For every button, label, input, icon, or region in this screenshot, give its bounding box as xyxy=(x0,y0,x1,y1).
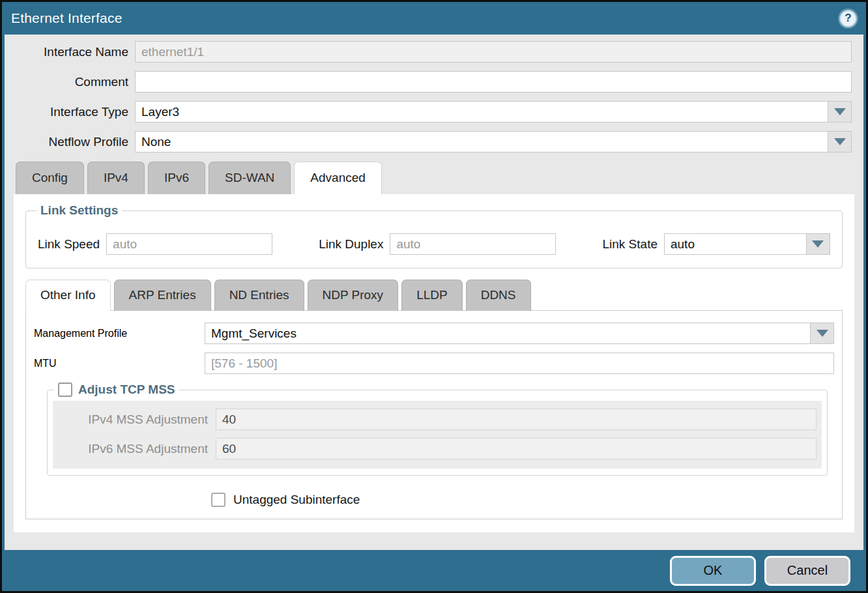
chevron-down-icon xyxy=(817,330,828,337)
link-duplex-label: Link Duplex xyxy=(319,237,390,252)
adjust-tcp-mss-label: Adjust TCP MSS xyxy=(78,383,175,397)
chevron-down-icon xyxy=(834,138,846,145)
subtab-other-info[interactable]: Other Info xyxy=(25,280,111,311)
subtab-ndp-proxy[interactable]: NDP Proxy xyxy=(308,280,399,311)
management-profile-label: Management Profile xyxy=(34,328,205,340)
link-speed-item: Link Speed xyxy=(38,233,272,255)
interface-type-select[interactable] xyxy=(135,101,828,123)
netflow-profile-select[interactable] xyxy=(135,131,828,152)
help-icon[interactable]: ? xyxy=(839,10,857,27)
dialog-footer: OK Cancel xyxy=(5,550,863,591)
adjust-tcp-mss-legend: Adjust TCP MSS xyxy=(54,383,179,397)
ipv6-mss-label: IPv6 MSS Adjustment xyxy=(53,442,216,456)
management-profile-row: Management Profile xyxy=(34,323,834,344)
link-duplex-field[interactable] xyxy=(390,233,556,255)
ipv4-mss-field xyxy=(216,409,817,430)
dialog-title: Ethernet Interface xyxy=(11,10,123,26)
tab-ipv4[interactable]: IPv4 xyxy=(87,162,145,194)
interface-name-label: Interface Name xyxy=(5,45,135,59)
netflow-profile-dropdown-button[interactable] xyxy=(828,131,852,152)
tab-sdwan[interactable]: SD-WAN xyxy=(209,162,291,194)
panel-footer-gap xyxy=(5,532,863,539)
chevron-down-icon xyxy=(812,240,824,248)
comment-row: Comment xyxy=(5,71,852,93)
subtab-arp-entries[interactable]: ARP Entries xyxy=(114,280,211,311)
link-state-item: Link State xyxy=(602,233,830,255)
ipv6-mss-row: IPv6 MSS Adjustment xyxy=(53,438,817,459)
adjust-tcp-mss-checkbox[interactable] xyxy=(58,383,72,397)
link-state-dropdown-button[interactable] xyxy=(807,233,830,255)
main-tabstrip: Config IPv4 IPv6 SD-WAN Advanced xyxy=(5,162,863,194)
link-state-label: Link State xyxy=(602,237,664,252)
link-settings-legend: Link Settings xyxy=(36,203,122,218)
tab-ipv6[interactable]: IPv6 xyxy=(148,162,205,194)
untagged-subinterface-checkbox[interactable] xyxy=(211,493,225,507)
interface-type-row: Interface Type xyxy=(5,101,852,123)
chevron-down-icon xyxy=(834,108,846,115)
ethernet-interface-dialog: Ethernet Interface ? Interface Name Comm… xyxy=(0,0,868,593)
ok-button[interactable]: OK xyxy=(670,556,756,586)
link-duplex-item: Link Duplex xyxy=(319,233,556,255)
netflow-profile-label: Netflow Profile xyxy=(5,135,135,149)
tab-advanced[interactable]: Advanced xyxy=(294,162,382,194)
sub-tabstrip: Other Info ARP Entries ND Entries NDP Pr… xyxy=(24,280,844,311)
management-profile-select[interactable] xyxy=(205,323,811,344)
advanced-panel: Link Settings Link Speed Link Duplex xyxy=(14,194,854,532)
netflow-profile-row: Netflow Profile xyxy=(5,131,852,152)
mss-fields-panel: IPv4 MSS Adjustment IPv6 MSS Adjustment xyxy=(53,401,822,469)
tab-config[interactable]: Config xyxy=(16,162,84,194)
adjust-tcp-mss-group: Adjust TCP MSS IPv4 MSS Adjustment IPv6 … xyxy=(47,383,828,476)
ipv4-mss-row: IPv4 MSS Adjustment xyxy=(53,409,817,430)
mtu-label: MTU xyxy=(34,358,205,369)
untagged-subinterface-row: Untagged Subinterface xyxy=(211,493,834,507)
comment-label: Comment xyxy=(5,75,135,89)
link-state-select[interactable] xyxy=(664,233,807,255)
cancel-button[interactable]: Cancel xyxy=(764,556,850,586)
other-info-content: Management Profile MTU xyxy=(25,310,843,519)
management-profile-dropdown-button[interactable] xyxy=(811,323,834,344)
ipv4-mss-label: IPv4 MSS Adjustment xyxy=(53,412,216,427)
untagged-subinterface-label: Untagged Subinterface xyxy=(233,493,360,507)
interface-type-dropdown-button[interactable] xyxy=(828,101,852,123)
link-speed-field[interactable] xyxy=(106,233,272,255)
link-speed-label: Link Speed xyxy=(38,237,106,252)
top-form: Interface Name Comment Interface Type xyxy=(5,35,863,161)
mtu-row: MTU xyxy=(34,353,834,374)
link-settings-group: Link Settings Link Speed Link Duplex xyxy=(25,203,843,268)
subtab-ddns[interactable]: DDNS xyxy=(466,280,531,311)
interface-name-field xyxy=(135,41,852,63)
dialog-body: Interface Name Comment Interface Type xyxy=(5,35,863,550)
ipv6-mss-field xyxy=(216,438,817,459)
titlebar: Ethernet Interface ? xyxy=(5,2,863,35)
comment-field[interactable] xyxy=(135,71,852,93)
interface-name-row: Interface Name xyxy=(5,41,852,63)
mtu-field[interactable] xyxy=(205,353,834,374)
interface-type-label: Interface Type xyxy=(5,105,135,119)
subtab-lldp[interactable]: LLDP xyxy=(401,280,463,311)
subtab-nd-entries[interactable]: ND Entries xyxy=(214,280,304,311)
